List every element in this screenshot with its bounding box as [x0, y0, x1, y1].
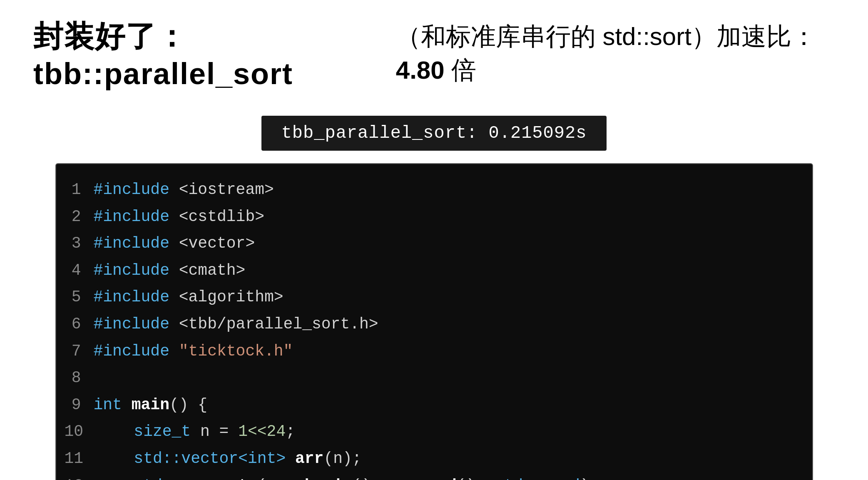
page-container: 封装好了：tbb::parallel_sort （和标准库串行的 std::so… — [0, 0, 868, 480]
line-content-4: #include <cmath> — [94, 257, 246, 284]
line-content-1: #include <iostream> — [94, 177, 274, 204]
code-line-2: 2 #include <cstdlib> — [65, 204, 791, 231]
code-line-12: 12 std::generate(arr.begin(), arr.end(),… — [65, 473, 791, 480]
line-content-12: std::generate(arr.begin(), arr.end(), st… — [96, 473, 599, 480]
code-line-11: 11 std::vector<int> arr(n); — [65, 445, 791, 473]
code-line-8: 8 — [65, 365, 791, 392]
line-content-11: std::vector<int> arr(n); — [96, 445, 362, 473]
speed-prefix: （和标准库串行的 std::sort）加速比： — [396, 22, 816, 50]
line-num-1: 1 — [65, 177, 94, 204]
code-line-10: 10 size_t n = 1<<24; — [65, 418, 791, 445]
code-line-7: 7 #include "ticktock.h" — [65, 338, 791, 365]
code-line-3: 3 #include <vector> — [65, 230, 791, 257]
line-num-2: 2 — [65, 204, 94, 231]
line-num-11: 11 — [65, 445, 96, 473]
code-line-5: 5 #include <algorithm> — [65, 284, 791, 311]
terminal-output: tbb_parallel_sort: 0.215092s — [261, 116, 607, 151]
code-line-1: 1 #include <iostream> — [65, 177, 791, 204]
line-num-9: 9 — [65, 392, 94, 419]
line-num-8: 8 — [65, 365, 94, 392]
code-line-4: 4 #include <cmath> — [65, 257, 791, 284]
line-content-7: #include "ticktock.h" — [94, 338, 293, 365]
code-block-wrapper: 1 #include <iostream> 2 #include <cstdli… — [25, 163, 843, 480]
line-content-10: size_t n = 1<<24; — [96, 418, 295, 445]
line-num-12: 12 — [65, 473, 96, 480]
line-content-9: int main() { — [94, 392, 208, 419]
code-block: 1 #include <iostream> 2 #include <cstdli… — [55, 163, 813, 480]
speed-value: 4.80 — [396, 56, 445, 84]
line-content-2: #include <cstdlib> — [94, 204, 264, 231]
line-content-5: #include <algorithm> — [94, 284, 284, 311]
line-num-5: 5 — [65, 284, 94, 311]
line-num-3: 3 — [65, 230, 94, 257]
line-content-3: #include <vector> — [94, 230, 255, 257]
terminal-bar: tbb_parallel_sort: 0.215092s — [25, 116, 843, 151]
line-num-10: 10 — [65, 418, 96, 445]
speed-suffix: 倍 — [445, 56, 477, 84]
line-num-6: 6 — [65, 311, 94, 338]
code-line-9: 9 int main() { — [65, 392, 791, 419]
page-title: 封装好了：tbb::parallel_sort — [33, 17, 396, 91]
code-line-6: 6 #include <tbb/parallel_sort.h> — [65, 311, 791, 338]
line-content-8 — [94, 365, 103, 392]
header-row: 封装好了：tbb::parallel_sort （和标准库串行的 std::so… — [25, 17, 843, 91]
line-num-4: 4 — [65, 257, 94, 284]
speed-info: （和标准库串行的 std::sort）加速比：4.80 倍 — [396, 20, 835, 87]
line-num-7: 7 — [65, 338, 94, 365]
line-content-6: #include <tbb/parallel_sort.h> — [94, 311, 378, 338]
